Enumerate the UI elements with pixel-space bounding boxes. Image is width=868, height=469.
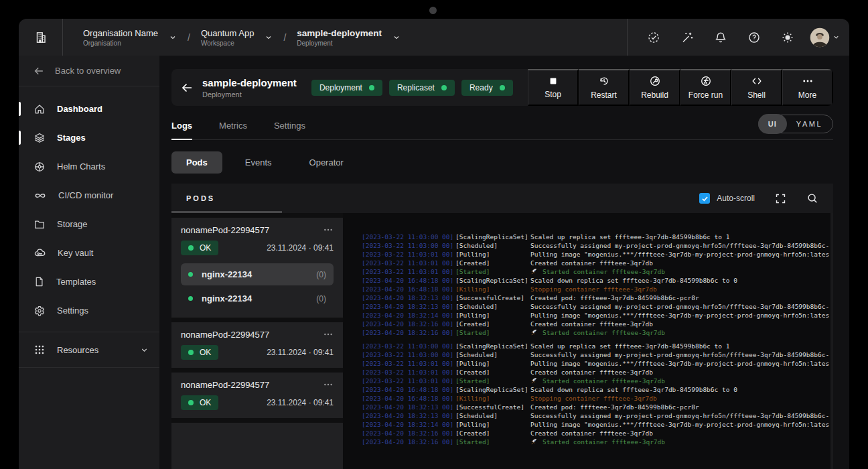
back-button[interactable] [171,69,202,106]
tab-logs[interactable]: Logs [171,111,192,139]
infinity-icon [33,189,47,202]
sidebar-item-ci-cd-monitor[interactable]: CI/CD monitor [19,181,159,210]
green-dot-icon [441,85,447,90]
grid-dots-icon [33,344,46,356]
log-timestamp: [2023-03-22 11:03:00 00] [362,232,455,241]
notifications-button[interactable] [704,24,737,51]
sidebar-item-settings[interactable]: Settings [19,296,159,325]
log-event-tag: [Killing] [455,394,530,403]
search-button[interactable] [806,192,818,204]
layers-icon [33,132,46,144]
log-console[interactable]: [2023-03-22 11:03:00 00] [ScalingReplica… [343,213,833,469]
horizontal-scrollbar[interactable] [171,211,282,213]
breadcrumb-organisation[interactable]: Organisation Name Organisation [83,28,177,47]
subtab-operator[interactable]: Operator [295,151,358,174]
log-timestamp: [2023-04-20 18:32:16 00] [362,328,455,337]
pod-card[interactable]: nonamePod-22994577 OK 23.11.2024 · 09:41 [171,322,343,368]
sidebar-item-templates[interactable]: Templates [19,267,159,296]
sidebar-item-resources[interactable]: Resources [19,332,159,368]
log-event-tag: [Scheduled] [455,241,530,250]
file-icon [33,276,45,287]
back-to-overview-label: Back to overview [55,66,121,76]
subtab-pods[interactable]: Pods [171,151,222,174]
checkbox-checked-icon[interactable] [699,193,710,204]
chevron-down-icon[interactable] [265,34,273,42]
bell-icon [714,31,727,44]
tab-metrics[interactable]: Metrics [219,111,247,139]
magic-wand-button[interactable] [670,24,704,51]
pod-name: nonamePod-22994577 [181,225,269,235]
breadcrumb-deployment[interactable]: sample-deployment Deployment [297,28,401,47]
log-line: [2023-03-22 11:03:01 00] [Pulling] Pulli… [362,250,829,259]
more-button[interactable]: More [782,69,833,106]
pod-card[interactable]: nonamePod-22994577 OK 23.11.2024 · 09:41 [171,373,343,418]
pod-menu-button[interactable] [323,329,334,340]
green-dot-icon [369,85,374,90]
stop-button[interactable]: Stop [528,69,579,106]
container-row[interactable]: nginx-22134 (0) [181,287,334,310]
sidebar-item-label: Storage [57,219,88,229]
log-message: Started container fffteee-3qr7db [530,267,665,276]
arrow-left-icon [180,81,194,94]
log-timestamp: [2023-03-22 11:03:00 00] [362,342,455,350]
toggle-ui-option[interactable]: UI [758,114,787,134]
home-icon [33,103,46,115]
log-timestamp: [2023-03-22 11:03:00 00] [362,241,455,250]
pod-card[interactable]: nonamePod-22994577 OK 23.11.2024 · 09:41… [171,218,343,318]
breadcrumb-workspace[interactable]: Quantum App Workspace [201,28,273,47]
tab-settings[interactable]: Settings [274,111,305,139]
camera-dot [429,7,437,14]
help-button[interactable] [737,24,771,51]
restart-button[interactable]: Restart [579,69,630,106]
rebuild-button[interactable]: Rebuild [630,69,680,106]
key-vault-icon [33,247,46,259]
log-event-tag: [Pulling] [455,420,530,429]
tasks-status-button[interactable] [637,24,670,51]
force-run-icon [700,75,712,87]
autoscroll-checkbox[interactable]: Auto-scroll [699,193,755,204]
log-timestamp: [2023-04-20 18:32:13 00] [362,403,455,411]
sidebar-item-label: CI/CD monitor [58,190,113,200]
container-row[interactable]: nginx-22134 (0) [181,263,334,285]
log-message: Pulling image "mogenius.***/fffteee-3qr7… [530,311,829,320]
shell-button[interactable]: Shell [731,69,782,106]
log-message: Started container fffteee-3qr7db [530,438,665,446]
pod-menu-button[interactable] [323,379,334,390]
sidebar-item-dashboard[interactable]: Dashboard [19,94,159,123]
log-timestamp: [2023-04-20 18:32:14 00] [362,311,455,320]
chevron-down-icon[interactable] [392,34,401,42]
log-timestamp: [2023-04-20 16:48:18 00] [362,385,455,394]
fullscreen-button[interactable] [775,193,786,204]
sidebar-item-key-vault[interactable]: Key vault [19,239,159,267]
dots-horizontal-icon [323,379,334,390]
pod-status-badge: OK [181,395,218,410]
sidebar-item-stages[interactable]: Stages [19,123,159,152]
user-menu-button[interactable] [804,27,840,48]
log-message: Successfully assigned my-project-prod-gn… [530,411,829,420]
log-message: Scaled down replica set fffteee-3qr7db-8… [530,385,737,394]
green-dot-icon [188,245,194,251]
ui-yaml-toggle[interactable]: UI YAML [758,115,833,133]
sidebar-item-storage[interactable]: Storage [19,210,159,239]
topbar: Organisation Name Organisation / Quantum… [19,19,849,56]
sidebar-item-helm-charts[interactable]: Helm Charts [19,152,159,181]
toggle-yaml-option[interactable]: YAML [786,115,833,133]
theme-toggle-button[interactable] [771,24,804,51]
badge-label: Replicaset [397,83,435,92]
vertical-scrollbar[interactable] [830,218,833,312]
log-timestamp: [2023-04-20 18:32:14 00] [362,420,455,429]
chevron-down-icon[interactable] [169,34,177,42]
breadcrumb-dep-sublabel: Deployment [297,40,382,47]
pod-menu-button[interactable] [323,224,334,235]
force-run-button[interactable]: Force run [680,69,731,106]
log-event-tag: [ScalingReplicaSet] [455,385,530,394]
log-line: [2023-04-20 18:32:14 00] [Pulling] Pulli… [362,311,829,320]
back-to-overview-button[interactable]: Back to overview [19,56,159,86]
help-icon [747,31,761,44]
breadcrumb-org-label: Organisation Name [83,28,158,38]
app-logo-button[interactable] [19,19,63,56]
subtab-events[interactable]: Events [230,151,287,174]
log-message: Created pod: fffteee-3qr7db-84599b8b6c-p… [530,403,699,411]
rocket-icon [530,268,538,275]
log-event-tag: [Created] [455,320,530,328]
